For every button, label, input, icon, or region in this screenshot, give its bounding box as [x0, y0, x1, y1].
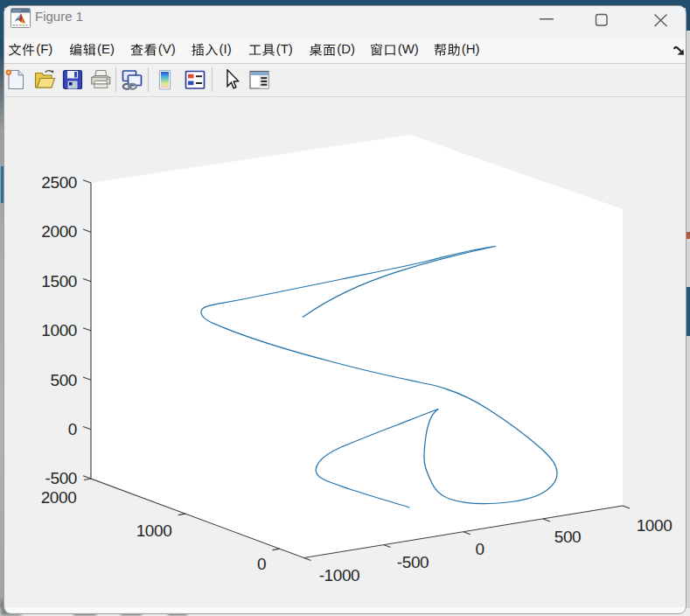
svg-text:2500: 2500	[41, 173, 77, 192]
svg-text:2000: 2000	[41, 488, 77, 507]
svg-text:500: 500	[50, 371, 77, 389]
svg-text:0: 0	[257, 555, 266, 573]
svg-text:1000: 1000	[637, 516, 673, 535]
svg-text:2000: 2000	[41, 222, 77, 241]
svg-text:1000: 1000	[136, 522, 172, 540]
svg-text:-500: -500	[45, 469, 77, 487]
svg-text:0: 0	[475, 540, 484, 558]
svg-text:-1000: -1000	[319, 566, 360, 584]
svg-text:500: 500	[554, 528, 582, 546]
svg-text:-500: -500	[397, 553, 429, 571]
svg-text:0: 0	[68, 420, 77, 438]
svg-text:1500: 1500	[41, 272, 77, 290]
svg-text:1000: 1000	[41, 321, 77, 340]
